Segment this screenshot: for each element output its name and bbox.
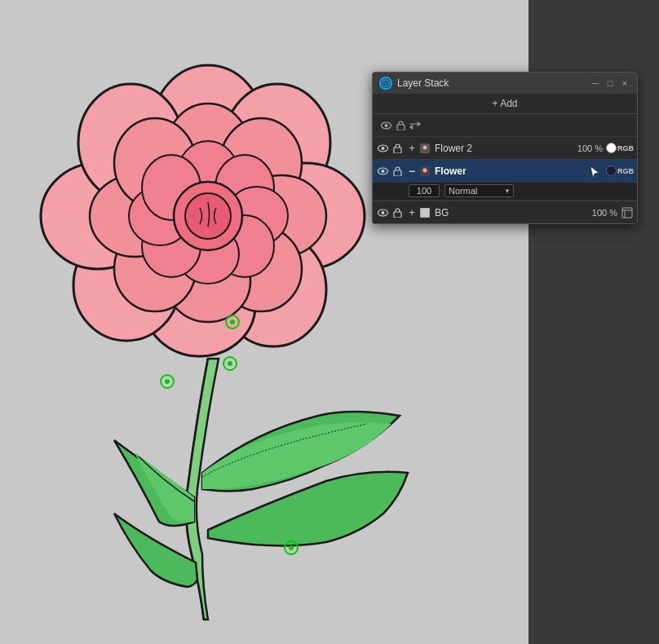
bg-opacity: 100 % xyxy=(592,208,617,218)
lock-header-icon[interactable] xyxy=(394,119,407,132)
svg-point-28 xyxy=(165,379,170,384)
layer-thumbnail-flower xyxy=(420,166,430,176)
close-button[interactable]: × xyxy=(619,77,630,89)
svg-point-46 xyxy=(381,170,384,173)
app-icon xyxy=(379,77,392,90)
svg-point-51 xyxy=(381,211,384,214)
svg-point-30 xyxy=(228,361,232,366)
lock-flower-icon[interactable] xyxy=(391,165,404,178)
layer-header-row xyxy=(373,114,637,137)
maximize-button[interactable]: □ xyxy=(604,77,616,89)
lock-bg-icon[interactable] xyxy=(391,206,404,219)
arrows-header-icon[interactable] xyxy=(409,119,422,132)
svg-point-34 xyxy=(289,545,294,550)
add-bg-icon[interactable]: + xyxy=(405,206,418,219)
flower2-rgb-btn[interactable]: RGB xyxy=(617,144,634,152)
add-layer-button[interactable]: + Add xyxy=(492,98,517,109)
flower-color-circle[interactable] xyxy=(606,165,617,176)
flower-extra-row: 100 Normal Multiply Screen Overlay ▼ xyxy=(373,183,637,201)
flower2-color-btns: RGB xyxy=(606,143,634,153)
svg-rect-54 xyxy=(622,208,632,218)
layer-row-flower[interactable]: − Flower RGB xyxy=(373,160,637,183)
svg-point-26 xyxy=(185,193,231,239)
layer-thumbnail-bg xyxy=(420,208,430,218)
flower2-icons: + xyxy=(376,142,418,155)
minus-flower-icon[interactable]: − xyxy=(405,165,418,178)
svg-point-44 xyxy=(422,145,427,150)
svg-rect-53 xyxy=(420,208,430,218)
flower-color-btns: RGB xyxy=(606,165,634,176)
svg-point-41 xyxy=(381,147,384,150)
eye-flower-icon[interactable] xyxy=(376,165,389,178)
flower2-name: Flower 2 xyxy=(433,143,572,154)
bg-icons: + xyxy=(376,206,418,219)
flower-opacity-input[interactable]: 100 xyxy=(409,184,440,197)
flower2-opacity: 100 % xyxy=(573,143,603,153)
flower2-color-circle[interactable] xyxy=(606,143,617,153)
cursor-icon xyxy=(589,165,600,178)
blend-mode-wrapper: Normal Multiply Screen Overlay ▼ xyxy=(444,184,514,197)
svg-point-36 xyxy=(384,82,387,85)
window-title: Layer Stack xyxy=(397,77,585,89)
svg-point-49 xyxy=(422,168,427,173)
lock-flower2-icon[interactable] xyxy=(391,142,404,155)
add-flower2-icon[interactable]: + xyxy=(405,142,418,155)
flower-icons: − xyxy=(376,165,418,178)
flower-name: Flower xyxy=(433,165,585,177)
minimize-button[interactable]: ─ xyxy=(590,77,601,89)
bg-settings-icon[interactable] xyxy=(621,206,634,219)
cursor-area xyxy=(586,165,603,178)
layer-row-flower2[interactable]: + Flower 2 100 % RGB xyxy=(373,137,637,160)
svg-rect-52 xyxy=(394,212,401,218)
eye-bg-icon[interactable] xyxy=(376,206,389,219)
flower-rgb-btn[interactable]: RGB xyxy=(617,167,634,175)
add-row: + Add xyxy=(373,94,637,114)
svg-point-32 xyxy=(230,320,235,324)
svg-rect-42 xyxy=(394,148,401,153)
blend-mode-select[interactable]: Normal Multiply Screen Overlay xyxy=(444,184,514,197)
bg-name: BG xyxy=(433,207,590,218)
eye-header-icon[interactable] xyxy=(379,119,392,132)
window-titlebar: Layer Stack ─ □ × xyxy=(373,73,637,94)
eye-flower2-icon[interactable] xyxy=(376,142,389,155)
layer-row-bg[interactable]: + BG 100 % xyxy=(373,201,637,223)
svg-rect-39 xyxy=(397,125,405,130)
svg-rect-47 xyxy=(394,170,401,176)
layer-thumbnail-flower2 xyxy=(420,143,430,153)
window-controls: ─ □ × xyxy=(590,77,630,89)
svg-point-38 xyxy=(384,124,387,127)
layer-stack-window: Layer Stack ─ □ × + Add xyxy=(372,72,638,224)
header-icons xyxy=(379,119,422,132)
